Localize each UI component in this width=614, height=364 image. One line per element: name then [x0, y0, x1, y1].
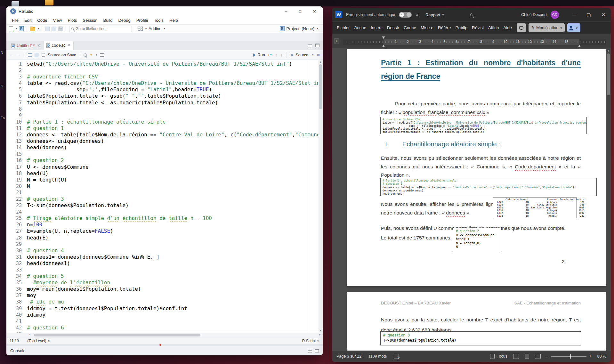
compile-report-icon[interactable] [100, 53, 104, 57]
menu-code[interactable]: Code [34, 18, 50, 23]
scroll-up-icon[interactable]: ▲ [607, 49, 610, 52]
horizontal-ruler[interactable]: 123456789101112131415 [343, 39, 606, 45]
zoom-thumb[interactable] [570, 354, 571, 359]
menu-session[interactable]: Session [80, 18, 100, 23]
menu-profile[interactable]: Profile [133, 18, 151, 23]
ribbon-tab-conce[interactable]: Conce [401, 25, 418, 30]
tab-stop-selector[interactable]: L [334, 38, 339, 44]
minimize-button[interactable]: — [567, 8, 581, 21]
run-button[interactable]: Run [258, 53, 265, 57]
save-all-icon[interactable] [52, 27, 56, 31]
document-canvas[interactable]: Partie 1 : Estimation du nombre d'habita… [332, 48, 606, 351]
word-count[interactable]: 1109 mots [368, 354, 387, 359]
document-title[interactable]: Rapport [425, 12, 440, 17]
zoom-level[interactable]: 80 % [597, 354, 607, 359]
scroll-left-icon[interactable]: ◂ [29, 333, 30, 336]
addins-menu[interactable]: Addins [149, 26, 161, 31]
ribbon-tab-dessir[interactable]: Dessir [385, 25, 401, 30]
addins-caret[interactable]: ▾ [164, 27, 165, 30]
ribbon-tab-misee[interactable]: Mise e [418, 25, 436, 30]
goto-file-search[interactable] [69, 26, 132, 32]
word-titlebar[interactable]: W Enregistrement automatique ✓ » Rapport… [332, 8, 611, 21]
zoom-in-icon[interactable]: + [589, 354, 591, 359]
menu-help[interactable]: Help [166, 18, 181, 23]
pane-layout-icon[interactable] [138, 27, 143, 31]
maximize-button[interactable]: ▢ [581, 8, 596, 21]
menu-plots[interactable]: Plots [65, 18, 80, 23]
scope-selector[interactable]: (Top Level)⇅ [27, 339, 50, 343]
tab-close-icon[interactable]: ✕ [68, 43, 70, 47]
open-in-new-window-icon[interactable] [28, 53, 32, 57]
doc-title-caret[interactable]: ∨ [442, 13, 444, 17]
goto-file-input[interactable] [76, 27, 124, 31]
editor-save-icon[interactable] [35, 53, 39, 57]
scroll-up-icon[interactable]: ▲ [319, 61, 322, 63]
forward-icon[interactable]: → [16, 53, 20, 58]
avatar[interactable]: CD [551, 11, 559, 19]
find-replace-icon[interactable] [84, 53, 87, 57]
ribbon-tab-publip[interactable]: Publip [453, 25, 470, 30]
close-button[interactable]: ✕ [313, 9, 316, 14]
pane-minimize-icon[interactable] [308, 44, 312, 47]
ribbon-tab-inserti[interactable]: Inserti [368, 25, 385, 30]
rstudio-titlebar[interactable]: R RStudio – □ ✕ [6, 6, 323, 16]
scrollbar-thumb[interactable] [607, 53, 610, 95]
editor-horizontal-scrollbar[interactable]: ◂ ▸ [6, 333, 323, 337]
read-mode-icon[interactable] [513, 354, 519, 359]
print-layout-icon[interactable] [525, 354, 529, 359]
editing-mode-button[interactable]: ✎ Modification ∨ [529, 23, 565, 32]
hanging-indent-marker[interactable] [382, 45, 385, 47]
code-tools-wand-icon[interactable]: ✦ [89, 53, 93, 57]
rerun-icon[interactable]: ⟳ [268, 53, 272, 58]
console-minimize-icon[interactable] [308, 350, 312, 352]
comments-button[interactable] [517, 23, 526, 32]
recycle-bin-icon[interactable] [12, 1, 19, 6]
source-caret[interactable]: ▾ [312, 53, 313, 56]
pane-splitter[interactable] [6, 344, 323, 346]
document-outline-icon[interactable]: ≣ [317, 53, 320, 57]
source-button[interactable]: Source [295, 53, 308, 57]
new-project-icon[interactable]: R [19, 26, 24, 31]
right-indent-marker[interactable] [578, 45, 581, 47]
new-file-caret[interactable]: ▾ [16, 27, 17, 30]
source-on-save-checkbox[interactable] [42, 53, 45, 57]
tab-untitled1[interactable]: Untitled1* ✕ [8, 42, 43, 50]
menu-file[interactable]: File [9, 18, 21, 23]
page-indicator[interactable]: Page 3 sur 12 [336, 354, 361, 359]
zoom-slider[interactable]: − + [546, 354, 592, 359]
ribbon-tab-rvisi[interactable]: Révisi [470, 25, 486, 30]
open-file-caret[interactable]: ▾ [38, 27, 39, 30]
open-file-icon[interactable] [30, 27, 35, 31]
document-page-2[interactable]: Partie 1 : Estimation du nombre d'habita… [347, 49, 606, 286]
document-vertical-scrollbar[interactable]: ▲ [606, 48, 611, 351]
ribbon-tab-fichier[interactable]: Fichier [335, 25, 352, 30]
code-editor[interactable]: 1setwd("C:/Users/chloe/OneDrive - Univer… [6, 60, 323, 333]
scrollbar-thumb[interactable] [319, 64, 322, 109]
tab-code-r[interactable]: code.R ✕ [43, 41, 74, 50]
scroll-right-icon[interactable]: ▸ [319, 333, 321, 336]
project-menu[interactable]: R Project: (None) ▾ [280, 26, 320, 31]
share-button[interactable]: ∨ [567, 23, 580, 32]
menu-build[interactable]: Build [101, 18, 116, 23]
ribbon-tab-aide[interactable]: Aide [501, 25, 514, 30]
first-line-indent-marker[interactable] [382, 36, 385, 39]
ribbon-tab-affich[interactable]: Affich [486, 25, 501, 30]
zoom-out-icon[interactable]: − [546, 354, 549, 359]
scrollbar-thumb[interactable] [34, 334, 200, 336]
pane-layout-caret[interactable]: ▾ [145, 27, 147, 30]
print-icon[interactable] [58, 28, 63, 31]
close-button[interactable]: ✕ [596, 8, 611, 21]
proofing-errors-icon[interactable]: ✗ [394, 354, 399, 359]
focus-mode-button[interactable]: Focus [490, 354, 507, 359]
folder-icon[interactable] [45, 0, 53, 5]
account-name[interactable]: Chloé Decoust [521, 12, 547, 17]
filetype-selector[interactable]: R Script⇅ [302, 339, 319, 343]
autosave-toggle[interactable]: ✓ [399, 12, 412, 18]
minimize-button[interactable]: – [285, 9, 287, 14]
up-arrow-icon[interactable]: ↑ [275, 53, 277, 57]
scroll-down-icon[interactable]: ▼ [319, 329, 322, 332]
code-content[interactable]: 1setwd("C:/Users/chloe/OneDrive - Univer… [6, 61, 318, 333]
menu-debug[interactable]: Debug [115, 18, 133, 23]
pane-maximize-icon[interactable] [315, 44, 319, 47]
console-pane-header[interactable]: Console [6, 346, 323, 355]
